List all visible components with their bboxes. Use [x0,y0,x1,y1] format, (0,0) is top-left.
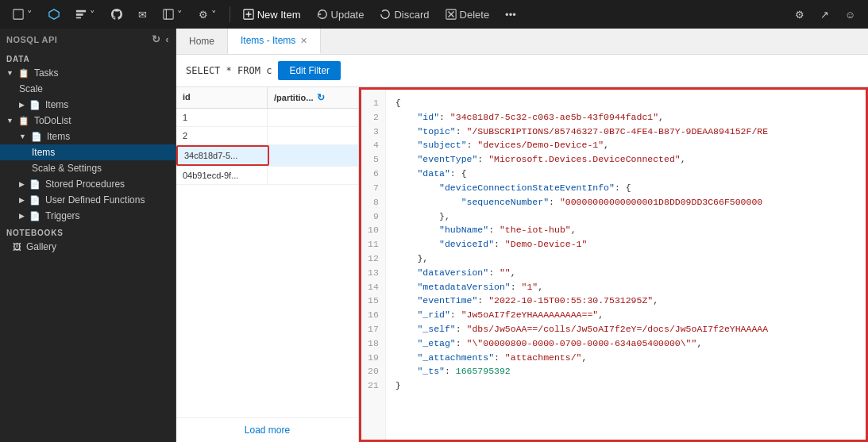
items-todolist-label: Items [47,131,70,142]
more-options-button[interactable]: ••• [499,6,523,24]
tasks-chevron: ▼ [6,69,14,77]
settings-gear-button[interactable]: ⚙ ˅ [192,6,223,24]
sidebar-header: NOSQL API ↻ ‹ [0,29,176,50]
mail-icon-button[interactable]: ✉ [132,6,153,24]
home-tab[interactable]: Home [176,29,228,54]
github-icon-button[interactable] [105,6,129,23]
items-tab-label: Items - Items [241,35,295,46]
svg-marker-1 [49,10,59,19]
tabs-bar: Home Items - Items ✕ [176,29,868,55]
svg-rect-4 [76,17,81,19]
row-partition-1 [268,109,358,126]
stored-procedures-label: Stored Procedures [45,179,125,190]
stored-procedures-icon: 📄 [29,179,41,190]
json-panel: 1 2 3 4 5 6 7 8 9 10 11 12 13 14 [359,87,868,442]
row-partition-2 [268,127,358,144]
items-tab[interactable]: Items - Items ✕ [228,29,321,54]
update-button[interactable]: Update [311,6,371,24]
gallery-label: Gallery [26,241,56,252]
gallery-icon: 🖼 [13,242,21,252]
triggers-icon: 📄 [29,211,41,221]
sidebar-header-icons: ↻ ‹ [152,33,169,45]
delete-button[interactable]: Delete [439,6,496,24]
settings-button[interactable]: ⚙ [789,6,811,24]
items-tasks-label: Items [45,99,68,110]
share-button[interactable]: ↗ [814,6,835,24]
udf-icon: 📄 [29,195,41,206]
scale-tasks-label: Scale [19,83,43,94]
row-id-2: 2 [176,127,268,144]
sidebar-item-stored-procedures[interactable]: ▶ 📄 Stored Procedures [0,176,176,192]
sidebar-item-todolist[interactable]: ▼ 📋 ToDoList [0,113,176,129]
home-tab-label: Home [189,36,214,47]
table-row[interactable]: 2 [176,127,358,145]
notebooks-section-label: NOTEBOOKS [0,224,176,239]
sidebar-item-tasks[interactable]: ▼ 📋 Tasks [0,65,176,81]
sidebar-item-items-tasks[interactable]: ▶ 📄 Items [0,97,176,113]
discard-button[interactable]: Discard [373,6,435,24]
row-id-3: 34c818d7-5... [176,145,269,166]
sidebar-item-items-active[interactable]: Items [0,144,176,160]
toolbar-divider-1 [230,6,230,22]
content-area: Home Items - Items ✕ SELECT * FROM c Edi… [176,29,868,442]
cosmos-icon-button[interactable] [42,6,66,23]
triggers-chevron: ▶ [19,212,25,220]
data-section-label: DATA [0,50,176,65]
sidebar-item-triggers[interactable]: ▶ 📄 Triggers [0,208,176,224]
todolist-chevron: ▼ [6,117,14,125]
table-header: id /partitio... ↻ [176,87,358,109]
table-panel: id /partitio... ↻ 1 2 [176,87,359,442]
sidebar-item-scale-tasks[interactable]: Scale [0,81,176,97]
table-row[interactable]: 04b91ecd-9f... [176,167,358,185]
filter-bar: SELECT * FROM c Edit Filter [176,55,868,87]
sidebar-item-user-defined-functions[interactable]: ▶ 📄 User Defined Functions [0,192,176,208]
account-button[interactable]: ☺ [839,6,862,24]
sidebar-item-items-todolist[interactable]: ▼ 📄 Items [0,129,176,144]
split-view: id /partitio... ↻ 1 2 [176,87,868,442]
todolist-label: ToDoList [34,115,71,126]
panel-menu-button[interactable]: ˅ [156,6,189,24]
svg-rect-3 [76,13,83,16]
udf-label: User Defined Functions [45,194,145,206]
col-partition-header: /partitio... ↻ [268,87,358,108]
svg-rect-2 [76,10,86,13]
col-id-header: id [176,87,268,108]
load-more-button[interactable]: Load more [176,417,358,442]
row-partition-4 [268,167,358,184]
triggers-label: Triggers [45,210,80,221]
json-editor: 1 2 3 4 5 6 7 8 9 10 11 12 13 14 [361,90,866,440]
main-layout: NOSQL API ↻ ‹ DATA ▼ 📋 Tasks Scale ▶ 📄 I… [0,29,868,442]
row-id-4: 04b91ecd-9f... [176,167,268,184]
line-numbers: 1 2 3 4 5 6 7 8 9 10 11 12 13 14 [361,90,386,440]
nosql-api-label: NOSQL API [6,35,57,44]
tasks-icon: 📋 [18,68,29,79]
svg-rect-0 [14,10,23,19]
udf-chevron: ▶ [19,196,25,204]
stored-procedures-chevron: ▶ [19,180,25,188]
main-toolbar: ˅ ˅ ✉ ˅ ⚙ ˅ New Item Update Discard Dele… [0,0,868,29]
table-row-selected[interactable]: 34c818d7-5... [176,145,358,167]
items-todolist-chevron: ▼ [19,133,26,140]
new-item-button[interactable]: New Item [237,6,307,24]
svg-rect-5 [164,10,173,19]
table-row[interactable]: 1 [176,109,358,127]
items-tab-close[interactable]: ✕ [300,36,307,46]
table-rows: 1 2 34c818d7-5... 04b91ecd-9f... [176,109,358,417]
sidebar-item-scale-settings[interactable]: Scale & Settings [0,160,176,176]
collapse-icon[interactable]: ‹ [165,33,169,45]
tasks-label: Tasks [34,67,59,79]
file-menu-button[interactable]: ˅ [6,6,39,24]
items-active-label: Items [32,147,55,158]
edit-filter-button[interactable]: Edit Filter [278,61,341,80]
sidebar-item-gallery[interactable]: 🖼 Gallery [0,239,176,255]
sidebar: NOSQL API ↻ ‹ DATA ▼ 📋 Tasks Scale ▶ 📄 I… [0,29,176,442]
row-partition-3 [269,145,359,166]
refresh-partition-icon[interactable]: ↻ [317,92,325,103]
scale-settings-label: Scale & Settings [32,163,102,174]
items-tasks-chevron: ▶ [19,101,25,109]
refresh-icon[interactable]: ↻ [152,33,161,45]
json-content[interactable]: { "id": "34c818d7-5c32-c063-ae5b-43f0944… [386,90,866,440]
filter-query-text: SELECT * FROM c [186,65,272,76]
view-menu-button[interactable]: ˅ [69,6,102,24]
row-id-1: 1 [176,109,268,126]
